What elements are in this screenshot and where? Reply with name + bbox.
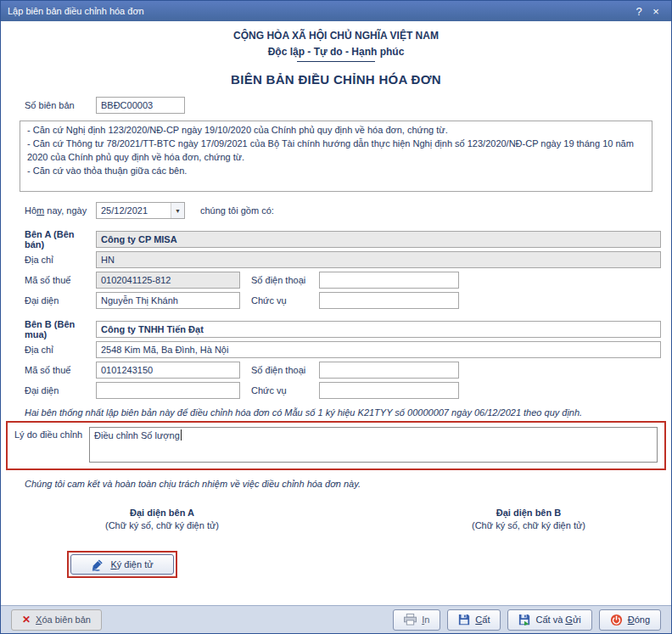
party-a-address-row: Địa chỉ [1, 251, 671, 268]
signature-a-subtitle: (Chữ ký số, chữ ký điện tử) [26, 520, 298, 530]
sign-button-label: Ký điện tử [110, 559, 153, 569]
party-a-section-label: Bên A (Bên bán) [25, 229, 96, 250]
signature-b-subtitle: (Chữ ký số, chữ ký điện tử) [393, 520, 664, 530]
delete-button-label: Xóa biên bản [36, 614, 91, 625]
date-value: 25/12/2021 [97, 205, 171, 216]
signature-block-b: Đại diện bên B (Chữ ký số, chữ ký điện t… [393, 508, 664, 530]
party-b-rep-field[interactable] [96, 382, 240, 399]
agreement-text: Hai bên thống nhất lập biên bản này để đ… [1, 407, 671, 418]
party-b-phone-label: Số điện thoại [251, 365, 319, 375]
signature-block-a: Đại diện bên A (Chữ ký số, chữ ký điện t… [26, 508, 298, 530]
close-button-label: Đóng [628, 614, 650, 625]
dialog-body: CỘNG HÒA XÃ HỘI CHỦ NGHĨA VIỆT NAM Độc l… [1, 21, 671, 605]
save-button[interactable]: Cất [447, 609, 501, 631]
delete-x-icon: ✕ [22, 614, 31, 626]
save-button-label: Cất [475, 614, 490, 625]
party-b-rep-label: Đại diện [25, 385, 96, 396]
reason-input[interactable]: Điều chỉnh Số lượng [89, 427, 658, 463]
sign-pen-icon [91, 558, 105, 571]
reason-label: Lý do điều chỉnh [14, 427, 89, 440]
party-a-phone-label: Số điện thoại [251, 275, 319, 285]
legal-basis-text[interactable]: - Căn cứ Nghị định 123/2020/NĐ-CP ngày 1… [20, 121, 652, 192]
party-b-position-field[interactable] [319, 382, 459, 399]
motto-divider [297, 60, 375, 62]
save-and-send-button[interactable]: Cất và Gửi [507, 609, 591, 631]
date-row: Hôm nay, ngày 25/12/2021 ▼ chúng tôi gồm… [1, 202, 671, 219]
save-send-icon [518, 614, 530, 626]
party-b-tax-label: Mã số thuế [25, 365, 96, 375]
reason-value: Điều chỉnh Số lượng [94, 430, 180, 440]
record-number-label: Số biên bản [25, 100, 96, 110]
help-button[interactable]: ? [630, 5, 647, 18]
party-b-name-field[interactable] [96, 321, 661, 338]
party-b-tax-field[interactable] [96, 362, 240, 379]
record-number-input[interactable] [96, 97, 185, 114]
motto: Độc lập - Tự do - Hạnh phúc [1, 46, 671, 58]
party-a-name-field [96, 231, 661, 248]
save-send-button-label: Cất và Gửi [535, 614, 580, 625]
printer-icon [404, 614, 417, 626]
party-a-rep-field[interactable] [96, 292, 240, 309]
date-dropdown[interactable]: 25/12/2021 ▼ [96, 202, 185, 219]
party-a-tax-label: Mã số thuế [25, 275, 96, 285]
dialog-window: Lập biên bản điều chỉnh hóa đơn ? × CỘNG… [0, 0, 672, 634]
print-button-label: In [422, 614, 429, 625]
footer-bar: ✕ Xóa biên bản In Cất Cất và Gửi [1, 605, 671, 633]
titlebar: Lập biên bản điều chỉnh hóa đơn ? × [1, 1, 671, 21]
party-b-address-field[interactable] [96, 341, 661, 358]
sign-digital-button[interactable]: Ký điện tử [70, 554, 174, 575]
record-number-row: Số biên bản [1, 97, 671, 114]
text-caret [181, 429, 182, 440]
party-a-name-row: Bên A (Bên bán) [1, 231, 671, 248]
document-title: BIÊN BẢN ĐIỀU CHỈNH HÓA ĐƠN [1, 72, 671, 87]
close-dialog-button[interactable]: Đóng [599, 609, 661, 631]
save-diskette-icon [458, 614, 470, 626]
party-a-rep-label: Đại diện [25, 295, 96, 306]
national-title: CỘNG HÒA XÃ HỘI CHỦ NGHĨA VIỆT NAM [1, 30, 671, 42]
party-b-phone-field[interactable] [319, 362, 459, 379]
chevron-down-icon[interactable]: ▼ [171, 203, 184, 218]
party-a-address-label: Địa chỉ [25, 255, 96, 265]
party-b-name-row: Bên B (Bên mua) [1, 321, 671, 338]
party-b-tax-row: Mã số thuế Số điện thoại [1, 362, 671, 379]
party-a-tax-field [96, 272, 240, 289]
signature-area: Đại diện bên A (Chữ ký số, chữ ký điện t… [1, 508, 671, 530]
party-a-address-field [96, 251, 661, 268]
party-a-phone-field[interactable] [319, 272, 459, 289]
party-b-section-label: Bên B (Bên mua) [25, 319, 96, 339]
annotation-highlight-sign: Ký điện tử [67, 551, 177, 578]
signature-b-title: Đại diện bên B [393, 508, 664, 518]
party-a-rep-row: Đại diện Chức vụ [1, 292, 671, 309]
party-b-address-row: Địa chỉ [1, 341, 671, 358]
date-suffix-text: chúng tôi gồm có: [200, 205, 274, 216]
party-a-position-field[interactable] [319, 292, 459, 309]
signature-a-title: Đại diện bên A [26, 508, 298, 518]
date-label: Hôm nay, ngày [25, 205, 96, 216]
delete-record-button[interactable]: ✕ Xóa biên bản [11, 609, 102, 631]
sign-button-row: Ký điện tử [1, 551, 671, 578]
print-button[interactable]: In [393, 609, 440, 631]
close-button[interactable]: × [647, 5, 664, 18]
commitment-text: Chúng tôi cam kết và hoàn toàn chịu trác… [1, 479, 671, 489]
power-icon [610, 614, 623, 626]
party-a-position-label: Chức vụ [251, 295, 319, 306]
party-b-position-label: Chức vụ [251, 385, 319, 396]
party-b-rep-row: Đại diện Chức vụ [1, 382, 671, 399]
party-b-address-label: Địa chỉ [25, 345, 96, 355]
window-title: Lập biên bản điều chỉnh hóa đơn [8, 6, 630, 16]
party-a-tax-row: Mã số thuế Số điện thoại [1, 272, 671, 289]
annotation-highlight-reason: Lý do điều chỉnh Điều chỉnh Số lượng [6, 421, 666, 470]
